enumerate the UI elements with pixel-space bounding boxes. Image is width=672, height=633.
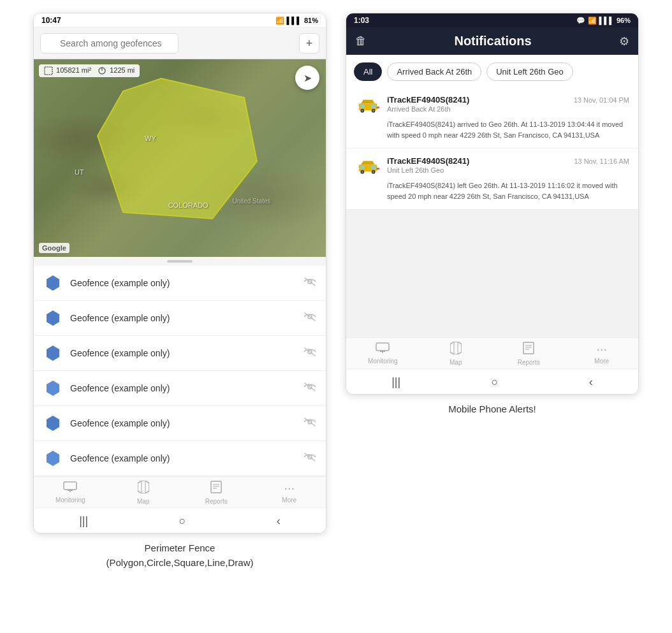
right-home-button[interactable]: ○ bbox=[492, 375, 499, 389]
notification-item-1[interactable]: iTrackEF4940S(8241) 13 Nov, 01:04 PM Arr… bbox=[346, 87, 638, 149]
map-label-wy: WY bbox=[145, 135, 156, 142]
geofence-item[interactable]: Geofence (example only) bbox=[34, 441, 326, 476]
svg-rect-44 bbox=[356, 168, 359, 170]
right-nav-reports[interactable]: Reports bbox=[492, 342, 566, 366]
svg-rect-45 bbox=[377, 168, 379, 170]
empty-area bbox=[346, 210, 638, 337]
monitoring-icon bbox=[63, 481, 77, 495]
right-reports-icon bbox=[523, 342, 534, 358]
filter-tab-arrived[interactable]: Arrived Back At 26th bbox=[387, 62, 481, 81]
right-nav-map[interactable]: Map bbox=[420, 342, 493, 366]
right-more-icon: ··· bbox=[596, 342, 607, 356]
eye-off-icon[interactable] bbox=[303, 347, 316, 360]
eye-off-icon[interactable] bbox=[303, 277, 316, 289]
geofence-name: Geofence (example only) bbox=[70, 383, 296, 393]
svg-rect-29 bbox=[371, 105, 376, 108]
add-geofence-button[interactable]: + bbox=[299, 33, 319, 54]
left-bottom-nav: Monitoring Map Reports ··· More bbox=[34, 476, 326, 507]
back-button[interactable]: ‹ bbox=[277, 514, 281, 528]
notif-device-2: iTrackEF4940S(8241) bbox=[387, 156, 469, 166]
filter-tab-all[interactable]: All bbox=[354, 62, 382, 81]
eye-off-icon[interactable] bbox=[303, 312, 316, 324]
notification-meta-1: iTrackEF4940S(8241) 13 Nov, 01:04 PM Arr… bbox=[387, 95, 629, 113]
reports-label: Reports bbox=[205, 498, 228, 505]
map-background: 105821 mi² 1225 mi WY UT COLORADO bbox=[34, 59, 326, 257]
eye-off-icon[interactable] bbox=[303, 452, 316, 465]
search-input[interactable] bbox=[40, 33, 179, 54]
right-back-button[interactable]: ‹ bbox=[589, 375, 593, 389]
right-android-nav: ||| ○ ‹ bbox=[346, 368, 638, 394]
svg-rect-17 bbox=[68, 490, 73, 491]
more-icon: ··· bbox=[284, 481, 295, 495]
nav-reports[interactable]: Reports bbox=[180, 481, 253, 505]
svg-marker-4 bbox=[47, 275, 59, 291]
right-phone-screen: 1:03 💬 📶 ▌▌▌ 96% 🗑 Notifications ⚙ All A… bbox=[346, 13, 639, 417]
location-button[interactable]: ➤ bbox=[295, 66, 319, 90]
right-map-icon bbox=[450, 342, 462, 358]
map-stat-area: 105821 mi² bbox=[44, 66, 91, 75]
svg-marker-37 bbox=[361, 161, 375, 165]
svg-rect-38 bbox=[360, 166, 365, 170]
geofence-name: Geofence (example only) bbox=[70, 418, 296, 428]
svg-point-43 bbox=[372, 171, 374, 173]
svg-marker-6 bbox=[47, 310, 59, 326]
map-view[interactable]: 105821 mi² 1225 mi WY UT COLORADO bbox=[34, 59, 326, 257]
right-signal-icon: ▌▌▌ bbox=[599, 17, 614, 24]
delete-button[interactable]: 🗑 bbox=[355, 34, 367, 48]
scroll-dot bbox=[167, 260, 193, 263]
geofence-item[interactable]: Geofence (example only) bbox=[34, 266, 326, 301]
svg-marker-49 bbox=[450, 342, 462, 354]
notif-body-1: iTrackEF4940S(8241) arrived to Geo 26th.… bbox=[355, 119, 629, 140]
right-status-bar: 1:03 💬 📶 ▌▌▌ 96% bbox=[346, 13, 638, 27]
home-button[interactable]: ○ bbox=[179, 514, 186, 528]
nav-monitoring[interactable]: Monitoring bbox=[34, 481, 107, 505]
geofence-name: Geofence (example only) bbox=[70, 453, 296, 463]
svg-rect-39 bbox=[371, 166, 376, 170]
svg-rect-28 bbox=[360, 105, 365, 108]
settings-button[interactable]: ⚙ bbox=[619, 34, 629, 48]
nav-more[interactable]: ··· More bbox=[253, 481, 326, 505]
map-stat-dist: 1225 mi bbox=[98, 66, 135, 75]
svg-rect-1 bbox=[45, 67, 52, 75]
recents-button[interactable]: ||| bbox=[79, 514, 88, 528]
right-wifi-icon: 📶 bbox=[588, 17, 597, 25]
svg-marker-8 bbox=[47, 346, 59, 361]
svg-rect-35 bbox=[377, 106, 379, 108]
right-reports-label: Reports bbox=[518, 359, 540, 366]
geofence-item[interactable]: Geofence (example only) bbox=[34, 371, 326, 406]
notif-device-1: iTrackEF4940S(8241) bbox=[387, 95, 469, 105]
left-signal-icon: ▌▌▌ bbox=[287, 17, 302, 24]
notif-time-1: 13 Nov, 01:04 PM bbox=[574, 96, 629, 104]
left-battery: 81% bbox=[304, 17, 318, 24]
right-nav-more[interactable]: ··· More bbox=[566, 342, 639, 366]
right-monitoring-icon bbox=[376, 342, 390, 356]
left-wifi-icon: 📶 bbox=[275, 17, 284, 25]
svg-marker-12 bbox=[47, 416, 59, 431]
geofence-item[interactable]: Geofence (example only) bbox=[34, 336, 326, 371]
notif-time-2: 13 Nov, 11:16 AM bbox=[574, 157, 629, 165]
right-monitoring-label: Monitoring bbox=[368, 358, 398, 365]
svg-rect-47 bbox=[380, 351, 385, 352]
geofence-icon bbox=[43, 414, 62, 433]
plus-icon: + bbox=[306, 37, 313, 50]
geofence-icon bbox=[43, 309, 62, 328]
svg-point-41 bbox=[362, 171, 363, 173]
nav-map[interactable]: Map bbox=[107, 481, 180, 505]
map-stats: 105821 mi² 1225 mi bbox=[39, 64, 140, 77]
left-phone-screen: 10:47 📶 ▌▌▌ 81% 🔍 + bbox=[33, 13, 326, 570]
geofence-item[interactable]: Geofence (example only) bbox=[34, 301, 326, 336]
right-time: 1:03 bbox=[354, 16, 369, 25]
svg-marker-19 bbox=[138, 481, 149, 493]
svg-rect-34 bbox=[356, 106, 359, 108]
notification-item-2[interactable]: iTrackEF4940S(8241) 13 Nov, 11:16 AM Uni… bbox=[346, 149, 638, 210]
left-time: 10:47 bbox=[41, 16, 61, 25]
right-recents-button[interactable]: ||| bbox=[391, 375, 400, 389]
filter-tab-left[interactable]: Unit Left 26th Geo bbox=[486, 62, 573, 81]
eye-off-icon[interactable] bbox=[303, 417, 316, 430]
right-nav-monitoring[interactable]: Monitoring bbox=[346, 342, 420, 366]
car-avatar-2 bbox=[355, 157, 381, 177]
eye-off-icon[interactable] bbox=[303, 382, 316, 395]
map-icon bbox=[138, 481, 149, 497]
geofence-item[interactable]: Geofence (example only) bbox=[34, 406, 326, 441]
left-android-nav: ||| ○ ‹ bbox=[34, 507, 326, 533]
